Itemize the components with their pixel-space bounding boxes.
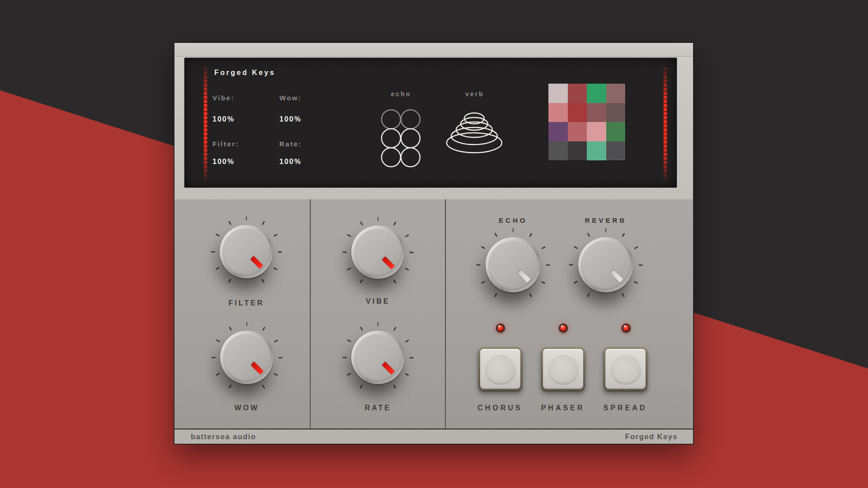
- rate-knob[interactable]: [351, 331, 405, 384]
- palette-cell-10: [587, 122, 606, 141]
- footer-bar: battersea audio Forged Keys: [175, 428, 693, 444]
- palette-cell-14: [587, 141, 606, 161]
- palette-cell-8: [548, 122, 568, 141]
- verb-icon: [447, 113, 502, 153]
- palette-cell-3: [606, 84, 626, 103]
- filter-knob[interactable]: [220, 225, 273, 278]
- palette-cell-11: [606, 122, 626, 141]
- palette-cell-6: [587, 103, 606, 122]
- vendor-name: battersea audio: [191, 432, 256, 441]
- control-panel: FILTER WOW VIBE RATE ECHO REVERB: [175, 199, 693, 428]
- vibe-knob-pointer: [344, 218, 412, 286]
- reverb-knob[interactable]: [578, 237, 633, 292]
- filter-readout-value: 100%: [212, 158, 235, 166]
- palette-cell-4: [548, 103, 568, 122]
- spread-button[interactable]: [604, 347, 647, 391]
- led-meter-right: [664, 67, 667, 180]
- vibe-knob[interactable]: [351, 225, 405, 279]
- reverb-knob-pointer: [571, 230, 641, 300]
- palette-cell-1: [568, 84, 587, 103]
- palette-cell-9: [568, 122, 587, 141]
- verb-icon-label: verb: [448, 90, 502, 98]
- spread-led: [622, 324, 631, 333]
- echo-icon: [382, 110, 420, 167]
- chorus-button-pad: [485, 353, 516, 385]
- chorus-led: [496, 324, 505, 333]
- wow-readout-value: 100%: [279, 115, 302, 123]
- echo-knob-label: ECHO: [468, 216, 558, 224]
- wow-knob-label: WOW: [202, 404, 292, 412]
- palette-cell-7: [606, 103, 626, 122]
- rate-knob-pointer: [344, 324, 412, 391]
- phaser-led: [559, 324, 568, 333]
- rate-readout-value: 100%: [279, 158, 302, 166]
- screen-title: Forged Keys: [214, 69, 275, 77]
- rate-readout-label: Rate:: [279, 140, 302, 148]
- vibe-readout-value: 100%: [212, 115, 235, 123]
- phaser-button-pad: [547, 353, 579, 385]
- panel-divider-1: [310, 199, 311, 428]
- rate-knob-label: RATE: [333, 404, 423, 412]
- vibe-knob-label: VIBE: [333, 297, 423, 305]
- lcd-screen: Forged Keys Vibe: 100% Wow: 100% Filter:…: [184, 58, 677, 188]
- wow-knob[interactable]: [220, 331, 274, 384]
- palette-cell-5: [568, 103, 587, 122]
- top-frame-strip: [175, 43, 693, 57]
- palette-cell-2: [587, 84, 606, 103]
- echo-icon-label: echo: [374, 90, 428, 98]
- wow-knob-pointer: [213, 324, 281, 391]
- chorus-button[interactable]: [478, 347, 522, 391]
- phaser-button[interactable]: [541, 347, 585, 391]
- filter-knob-label: FILTER: [201, 299, 292, 307]
- spread-button-label: SPREAD: [580, 404, 670, 412]
- spread-button-pad: [610, 353, 642, 385]
- panel-divider-2: [445, 199, 446, 428]
- reverb-knob-label: REVERB: [561, 216, 651, 224]
- echo-knob[interactable]: [486, 237, 541, 292]
- plugin-window: Forged Keys Vibe: 100% Wow: 100% Filter:…: [175, 43, 693, 444]
- palette-cell-13: [568, 141, 587, 161]
- echo-knob-pointer: [478, 230, 548, 300]
- palette-cell-0: [548, 84, 568, 103]
- palette-cell-15: [606, 141, 626, 161]
- filter-readout-label: Filter:: [212, 140, 239, 148]
- filter-knob-pointer: [212, 218, 280, 286]
- display-section: Forged Keys Vibe: 100% Wow: 100% Filter:…: [175, 43, 693, 199]
- led-meter-left: [204, 67, 207, 180]
- product-name: Forged Keys: [625, 432, 678, 441]
- wow-readout-label: Wow:: [279, 94, 302, 102]
- palette-cell-12: [548, 141, 568, 161]
- color-palette: [548, 84, 625, 160]
- vibe-readout-label: Vibe:: [212, 94, 235, 102]
